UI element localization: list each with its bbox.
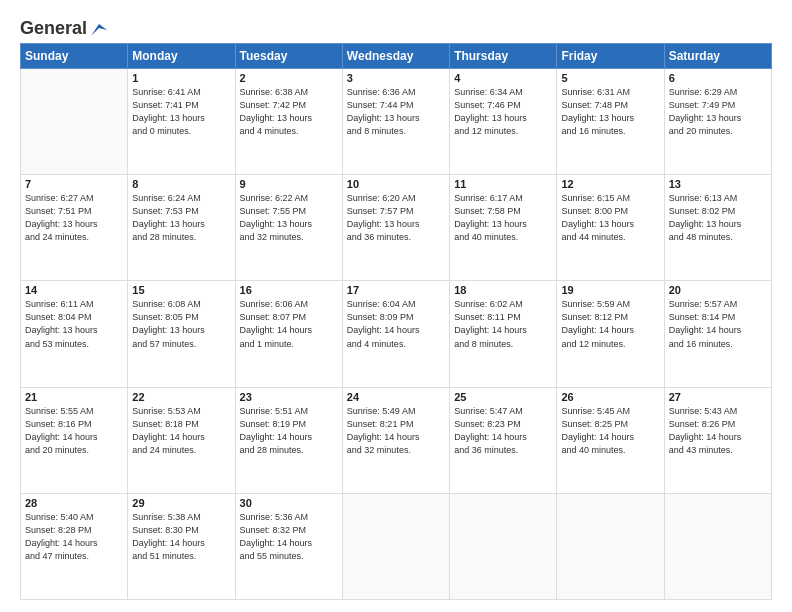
day-number: 7 — [25, 178, 123, 190]
day-number: 3 — [347, 72, 445, 84]
weekday-header: Sunday — [21, 44, 128, 69]
calendar-cell: 23Sunrise: 5:51 AMSunset: 8:19 PMDayligh… — [235, 387, 342, 493]
calendar-cell — [450, 493, 557, 599]
day-info: Sunrise: 5:43 AMSunset: 8:26 PMDaylight:… — [669, 405, 767, 457]
calendar-cell: 5Sunrise: 6:31 AMSunset: 7:48 PMDaylight… — [557, 69, 664, 175]
day-info: Sunrise: 5:36 AMSunset: 8:32 PMDaylight:… — [240, 511, 338, 563]
page: General SundayMondayTuesdayWednesdayThur… — [0, 0, 792, 612]
day-info: Sunrise: 6:06 AMSunset: 8:07 PMDaylight:… — [240, 298, 338, 350]
day-info: Sunrise: 5:59 AMSunset: 8:12 PMDaylight:… — [561, 298, 659, 350]
day-number: 19 — [561, 284, 659, 296]
day-info: Sunrise: 6:17 AMSunset: 7:58 PMDaylight:… — [454, 192, 552, 244]
calendar-cell: 7Sunrise: 6:27 AMSunset: 7:51 PMDaylight… — [21, 175, 128, 281]
calendar-cell: 4Sunrise: 6:34 AMSunset: 7:46 PMDaylight… — [450, 69, 557, 175]
day-info: Sunrise: 6:29 AMSunset: 7:49 PMDaylight:… — [669, 86, 767, 138]
calendar-cell — [21, 69, 128, 175]
day-number: 11 — [454, 178, 552, 190]
day-info: Sunrise: 5:40 AMSunset: 8:28 PMDaylight:… — [25, 511, 123, 563]
calendar-cell: 13Sunrise: 6:13 AMSunset: 8:02 PMDayligh… — [664, 175, 771, 281]
day-number: 29 — [132, 497, 230, 509]
calendar-row: 21Sunrise: 5:55 AMSunset: 8:16 PMDayligh… — [21, 387, 772, 493]
day-info: Sunrise: 5:55 AMSunset: 8:16 PMDaylight:… — [25, 405, 123, 457]
day-info: Sunrise: 5:57 AMSunset: 8:14 PMDaylight:… — [669, 298, 767, 350]
calendar-table: SundayMondayTuesdayWednesdayThursdayFrid… — [20, 43, 772, 600]
day-number: 22 — [132, 391, 230, 403]
calendar-header-row: SundayMondayTuesdayWednesdayThursdayFrid… — [21, 44, 772, 69]
logo-general: General — [20, 18, 87, 39]
calendar-row: 28Sunrise: 5:40 AMSunset: 8:28 PMDayligh… — [21, 493, 772, 599]
day-number: 4 — [454, 72, 552, 84]
calendar-cell — [664, 493, 771, 599]
day-number: 23 — [240, 391, 338, 403]
day-info: Sunrise: 5:53 AMSunset: 8:18 PMDaylight:… — [132, 405, 230, 457]
calendar-cell: 8Sunrise: 6:24 AMSunset: 7:53 PMDaylight… — [128, 175, 235, 281]
day-info: Sunrise: 6:27 AMSunset: 7:51 PMDaylight:… — [25, 192, 123, 244]
day-number: 8 — [132, 178, 230, 190]
day-number: 1 — [132, 72, 230, 84]
day-info: Sunrise: 6:31 AMSunset: 7:48 PMDaylight:… — [561, 86, 659, 138]
header: General — [20, 18, 772, 35]
calendar-cell: 15Sunrise: 6:08 AMSunset: 8:05 PMDayligh… — [128, 281, 235, 387]
day-info: Sunrise: 6:13 AMSunset: 8:02 PMDaylight:… — [669, 192, 767, 244]
weekday-header: Tuesday — [235, 44, 342, 69]
calendar-cell: 14Sunrise: 6:11 AMSunset: 8:04 PMDayligh… — [21, 281, 128, 387]
day-info: Sunrise: 6:36 AMSunset: 7:44 PMDaylight:… — [347, 86, 445, 138]
logo: General — [20, 18, 107, 35]
day-number: 20 — [669, 284, 767, 296]
day-number: 13 — [669, 178, 767, 190]
calendar-cell: 1Sunrise: 6:41 AMSunset: 7:41 PMDaylight… — [128, 69, 235, 175]
day-number: 10 — [347, 178, 445, 190]
calendar-cell: 11Sunrise: 6:17 AMSunset: 7:58 PMDayligh… — [450, 175, 557, 281]
day-number: 30 — [240, 497, 338, 509]
day-info: Sunrise: 6:34 AMSunset: 7:46 PMDaylight:… — [454, 86, 552, 138]
day-number: 16 — [240, 284, 338, 296]
day-number: 17 — [347, 284, 445, 296]
day-number: 25 — [454, 391, 552, 403]
calendar-cell: 12Sunrise: 6:15 AMSunset: 8:00 PMDayligh… — [557, 175, 664, 281]
weekday-header: Wednesday — [342, 44, 449, 69]
weekday-header: Thursday — [450, 44, 557, 69]
day-info: Sunrise: 6:22 AMSunset: 7:55 PMDaylight:… — [240, 192, 338, 244]
day-info: Sunrise: 5:38 AMSunset: 8:30 PMDaylight:… — [132, 511, 230, 563]
day-info: Sunrise: 6:24 AMSunset: 7:53 PMDaylight:… — [132, 192, 230, 244]
day-info: Sunrise: 6:11 AMSunset: 8:04 PMDaylight:… — [25, 298, 123, 350]
calendar-cell: 20Sunrise: 5:57 AMSunset: 8:14 PMDayligh… — [664, 281, 771, 387]
day-info: Sunrise: 6:15 AMSunset: 8:00 PMDaylight:… — [561, 192, 659, 244]
day-info: Sunrise: 5:47 AMSunset: 8:23 PMDaylight:… — [454, 405, 552, 457]
day-number: 21 — [25, 391, 123, 403]
day-number: 27 — [669, 391, 767, 403]
day-number: 6 — [669, 72, 767, 84]
calendar-row: 7Sunrise: 6:27 AMSunset: 7:51 PMDaylight… — [21, 175, 772, 281]
day-number: 9 — [240, 178, 338, 190]
calendar-cell: 10Sunrise: 6:20 AMSunset: 7:57 PMDayligh… — [342, 175, 449, 281]
calendar-cell: 16Sunrise: 6:06 AMSunset: 8:07 PMDayligh… — [235, 281, 342, 387]
day-number: 15 — [132, 284, 230, 296]
calendar-cell: 6Sunrise: 6:29 AMSunset: 7:49 PMDaylight… — [664, 69, 771, 175]
calendar-cell: 2Sunrise: 6:38 AMSunset: 7:42 PMDaylight… — [235, 69, 342, 175]
calendar-cell: 22Sunrise: 5:53 AMSunset: 8:18 PMDayligh… — [128, 387, 235, 493]
day-info: Sunrise: 5:45 AMSunset: 8:25 PMDaylight:… — [561, 405, 659, 457]
day-number: 14 — [25, 284, 123, 296]
weekday-header: Friday — [557, 44, 664, 69]
calendar-cell: 17Sunrise: 6:04 AMSunset: 8:09 PMDayligh… — [342, 281, 449, 387]
day-number: 26 — [561, 391, 659, 403]
day-number: 5 — [561, 72, 659, 84]
day-number: 12 — [561, 178, 659, 190]
day-info: Sunrise: 6:02 AMSunset: 8:11 PMDaylight:… — [454, 298, 552, 350]
calendar-cell: 21Sunrise: 5:55 AMSunset: 8:16 PMDayligh… — [21, 387, 128, 493]
calendar-cell — [342, 493, 449, 599]
calendar-row: 14Sunrise: 6:11 AMSunset: 8:04 PMDayligh… — [21, 281, 772, 387]
calendar-cell: 29Sunrise: 5:38 AMSunset: 8:30 PMDayligh… — [128, 493, 235, 599]
calendar-cell: 28Sunrise: 5:40 AMSunset: 8:28 PMDayligh… — [21, 493, 128, 599]
day-info: Sunrise: 6:41 AMSunset: 7:41 PMDaylight:… — [132, 86, 230, 138]
calendar-cell: 27Sunrise: 5:43 AMSunset: 8:26 PMDayligh… — [664, 387, 771, 493]
day-number: 24 — [347, 391, 445, 403]
day-number: 18 — [454, 284, 552, 296]
day-info: Sunrise: 6:08 AMSunset: 8:05 PMDaylight:… — [132, 298, 230, 350]
calendar-cell: 30Sunrise: 5:36 AMSunset: 8:32 PMDayligh… — [235, 493, 342, 599]
day-info: Sunrise: 6:38 AMSunset: 7:42 PMDaylight:… — [240, 86, 338, 138]
svg-marker-0 — [91, 24, 107, 36]
day-info: Sunrise: 5:51 AMSunset: 8:19 PMDaylight:… — [240, 405, 338, 457]
day-info: Sunrise: 6:20 AMSunset: 7:57 PMDaylight:… — [347, 192, 445, 244]
day-number: 2 — [240, 72, 338, 84]
